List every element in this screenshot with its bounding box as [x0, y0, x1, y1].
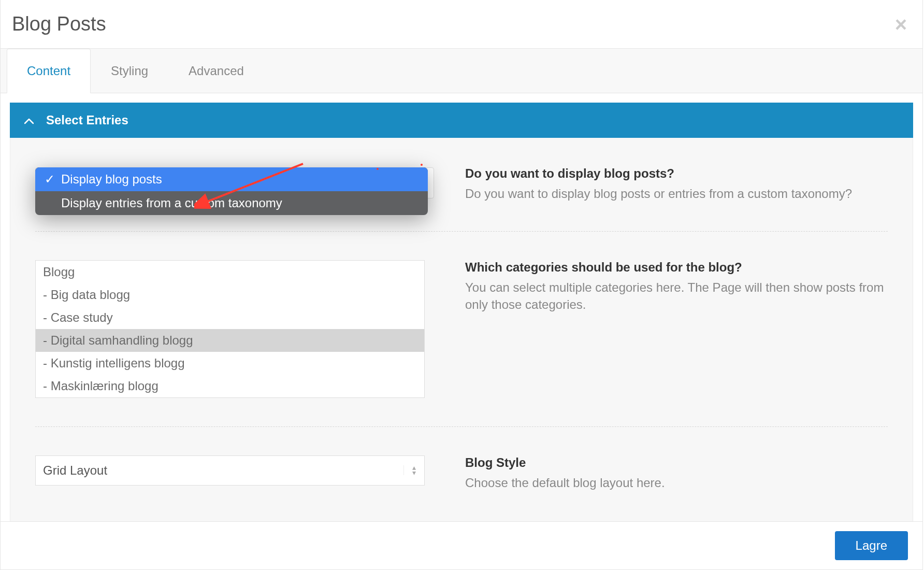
row-label: Do you want to display blog posts? [465, 166, 888, 181]
category-item[interactable]: - Case study [36, 306, 424, 329]
category-item[interactable]: Blogg [36, 261, 424, 283]
option-label: Display entries from a custom taxonomy [61, 196, 282, 210]
annotation-dot [377, 168, 379, 170]
category-item[interactable]: - Digital samhandling blogg [36, 329, 424, 352]
modal-header: Blog Posts × [1, 0, 922, 49]
check-icon: ✓ [45, 172, 54, 187]
row-display-type: ✓ Display blog posts Display entries fro… [35, 138, 888, 231]
annotation-dot [421, 164, 423, 166]
option-display-custom-taxonomy[interactable]: Display entries from a custom taxonomy [35, 191, 428, 215]
accordion-body: ✓ Display blog posts Display entries fro… [10, 138, 913, 521]
blog-posts-modal: Blog Posts × Content Styling Advanced Se… [0, 0, 923, 570]
updown-icon: ▴▾ [403, 465, 424, 476]
tab-advanced[interactable]: Advanced [168, 49, 264, 93]
category-item[interactable]: - Big data blogg [36, 283, 424, 306]
row-label: Blog Style [465, 455, 888, 470]
close-icon[interactable]: × [895, 14, 907, 35]
modal-title: Blog Posts [12, 13, 106, 35]
tab-content[interactable]: Content [7, 49, 91, 93]
blog-style-select[interactable]: Grid Layout ▴▾ [35, 455, 425, 486]
option-label: Display blog posts [61, 172, 162, 187]
row-blog-style: Grid Layout ▴▾ Blog Style Choose the def… [35, 426, 888, 521]
row-desc: You can select multiple categories here.… [465, 279, 888, 314]
option-display-blog-posts[interactable]: ✓ Display blog posts [35, 167, 428, 191]
categories-multiselect[interactable]: Blogg - Big data blogg - Case study - Di… [35, 260, 425, 398]
save-button[interactable]: Lagre [835, 531, 908, 560]
content-panel: Select Entries ✓ Display blog posts Disp… [1, 93, 922, 521]
accordion-title: Select Entries [46, 113, 128, 127]
modal-footer: Lagre [1, 521, 922, 569]
row-desc: Do you want to display blog posts or ent… [465, 185, 888, 203]
display-type-dropdown: ✓ Display blog posts Display entries fro… [35, 167, 428, 215]
row-desc: Choose the default blog layout here. [465, 474, 888, 492]
category-item[interactable]: - Kunstig intelligens blogg [36, 352, 424, 375]
chevron-up-icon [24, 113, 34, 127]
tab-styling[interactable]: Styling [91, 49, 168, 93]
select-value: Grid Layout [36, 456, 403, 485]
category-item[interactable]: - Maskinlæring blogg [36, 375, 424, 397]
row-categories: Blogg - Big data blogg - Case study - Di… [35, 231, 888, 426]
tab-bar: Content Styling Advanced [1, 49, 922, 93]
row-label: Which categories should be used for the … [465, 260, 888, 275]
accordion-select-entries[interactable]: Select Entries [10, 103, 913, 138]
